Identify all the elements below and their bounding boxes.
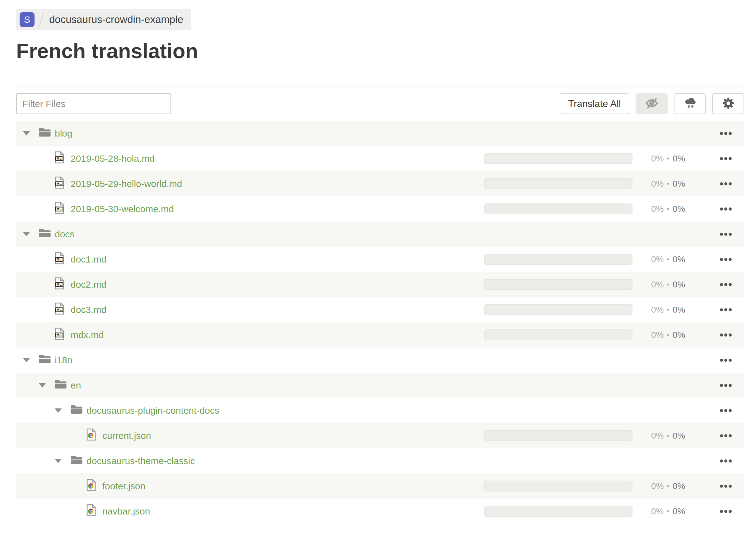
row-context-menu-button[interactable] bbox=[720, 334, 732, 337]
translate-all-button[interactable]: Translate All bbox=[560, 93, 629, 114]
gear-icon bbox=[722, 97, 735, 111]
svg-text:M↓: M↓ bbox=[56, 283, 62, 287]
folder-name-link[interactable]: i18n bbox=[55, 355, 73, 365]
download-upload-button[interactable] bbox=[674, 93, 706, 114]
node-icon-box: M↓ bbox=[54, 252, 67, 267]
folder-name-link[interactable]: blog bbox=[55, 128, 73, 139]
caret-down-icon[interactable] bbox=[23, 358, 30, 362]
row-context-menu-button[interactable] bbox=[720, 308, 732, 311]
caret-box bbox=[23, 358, 38, 362]
node-icon-box bbox=[86, 428, 99, 443]
translated-percent: 0% bbox=[651, 204, 664, 214]
indent-spacer bbox=[23, 209, 39, 209]
percent-separator: • bbox=[667, 331, 669, 339]
row-context-menu-button[interactable] bbox=[720, 409, 732, 412]
json-file-icon bbox=[86, 478, 96, 494]
caret-down-icon[interactable] bbox=[39, 383, 46, 388]
caret-down-icon[interactable] bbox=[55, 408, 62, 413]
row-context-menu-button[interactable] bbox=[720, 258, 732, 261]
file-name-link[interactable]: 2019-05-30-welcome.md bbox=[71, 204, 174, 214]
file-row-current.json: current.json 0% • 0% bbox=[16, 423, 744, 448]
translation-progress-bar bbox=[484, 304, 633, 315]
toolbar-actions: Translate All bbox=[560, 93, 744, 114]
row-context-menu-button[interactable] bbox=[720, 182, 732, 186]
row-context-menu-button[interactable] bbox=[720, 384, 732, 387]
caret-box bbox=[23, 131, 38, 136]
filter-files-input[interactable] bbox=[16, 93, 171, 114]
file-name-link[interactable]: footer.json bbox=[102, 481, 145, 491]
folder-row-i18n: i18n bbox=[16, 347, 744, 373]
row-context-menu-button[interactable] bbox=[720, 510, 732, 513]
row-context-menu-button[interactable] bbox=[720, 157, 732, 160]
indent-spacer bbox=[23, 259, 39, 259]
translated-percent: 0% bbox=[651, 506, 664, 516]
indent-spacer bbox=[23, 461, 55, 461]
markdown-file-icon: M↓ bbox=[54, 252, 65, 267]
indent-spacer bbox=[23, 436, 71, 436]
markdown-file-icon: M↓ bbox=[54, 302, 65, 317]
file-row-doc2.md: M↓ doc2.md 0% • 0% bbox=[16, 272, 744, 297]
translation-progress-bar bbox=[484, 178, 633, 189]
caret-down-icon[interactable] bbox=[23, 131, 30, 136]
folder-name-link[interactable]: en bbox=[71, 380, 81, 391]
folder-row-docusaurus-theme-classic: docusaurus-theme-classic bbox=[16, 448, 744, 473]
file-name-link[interactable]: current.json bbox=[102, 431, 151, 441]
file-name-link[interactable]: 2019-05-29-hello-world.md bbox=[71, 179, 182, 189]
breadcrumb-project-name[interactable]: docusaurus-crowdin-example bbox=[49, 14, 183, 26]
percent-separator: • bbox=[667, 432, 669, 440]
folder-name-link[interactable]: docusaurus-plugin-content-docs bbox=[86, 405, 219, 416]
file-name-link[interactable]: doc1.md bbox=[71, 254, 106, 265]
file-name-link[interactable]: 2019-05-28-hola.md bbox=[71, 153, 155, 164]
svg-text:M↓: M↓ bbox=[56, 182, 62, 186]
translation-progress-bar bbox=[484, 203, 633, 214]
row-context-menu-button[interactable] bbox=[720, 434, 732, 437]
percent-separator: • bbox=[667, 507, 669, 516]
project-avatar-badge[interactable]: S bbox=[20, 12, 35, 27]
indent-spacer bbox=[23, 335, 39, 335]
row-context-menu-button[interactable] bbox=[720, 207, 732, 210]
breadcrumb[interactable]: S docusaurus-crowdin-example bbox=[16, 9, 191, 30]
svg-text:M↓: M↓ bbox=[56, 334, 62, 337]
translated-percent: 0% bbox=[651, 254, 664, 264]
row-context-menu-button[interactable] bbox=[720, 283, 732, 286]
node-icon-box bbox=[70, 404, 83, 417]
folder-name-link[interactable]: docusaurus-theme-classic bbox=[86, 456, 195, 466]
row-context-menu-button[interactable] bbox=[720, 132, 732, 135]
percent-separator: • bbox=[667, 255, 669, 264]
json-file-icon bbox=[86, 428, 96, 443]
node-icon-box bbox=[70, 455, 83, 467]
node-icon-box: M↓ bbox=[54, 327, 67, 342]
json-file-icon bbox=[86, 504, 96, 519]
row-context-menu-button[interactable] bbox=[720, 460, 732, 463]
row-context-menu-button[interactable] bbox=[720, 484, 732, 488]
markdown-file-icon: M↓ bbox=[54, 201, 65, 216]
indent-spacer bbox=[23, 310, 39, 310]
row-context-menu-button[interactable] bbox=[720, 359, 732, 362]
file-name-link[interactable]: mdx.md bbox=[71, 330, 104, 340]
folder-row-blog: blog bbox=[16, 121, 744, 146]
svg-text:M↓: M↓ bbox=[56, 308, 62, 312]
percent-separator: • bbox=[667, 280, 669, 289]
file-name-link[interactable]: doc2.md bbox=[71, 279, 106, 290]
caret-down-icon[interactable] bbox=[23, 232, 30, 236]
row-context-menu-button[interactable] bbox=[720, 233, 732, 236]
breadcrumb-slash-divider bbox=[38, 12, 44, 28]
file-name-link[interactable]: doc3.md bbox=[71, 305, 106, 315]
progress-percentages: 0% • 0% bbox=[633, 330, 720, 340]
node-icon-box bbox=[38, 228, 51, 240]
settings-button[interactable] bbox=[712, 93, 744, 114]
caret-down-icon[interactable] bbox=[55, 459, 62, 463]
markdown-file-icon: M↓ bbox=[54, 327, 65, 342]
caret-box bbox=[39, 383, 54, 388]
progress-percentages: 0% • 0% bbox=[633, 154, 720, 164]
svg-text:M↓: M↓ bbox=[56, 207, 62, 211]
folder-row-en: en bbox=[16, 373, 744, 398]
percent-separator: • bbox=[667, 482, 669, 490]
hide-completed-button[interactable] bbox=[636, 93, 668, 114]
markdown-file-icon: M↓ bbox=[54, 176, 65, 191]
folder-name-link[interactable]: docs bbox=[55, 229, 75, 239]
translated-percent: 0% bbox=[651, 431, 664, 441]
node-icon-box: M↓ bbox=[54, 176, 67, 191]
file-row-doc3.md: M↓ doc3.md 0% • 0% bbox=[16, 297, 744, 322]
file-name-link[interactable]: navbar.json bbox=[102, 506, 150, 517]
